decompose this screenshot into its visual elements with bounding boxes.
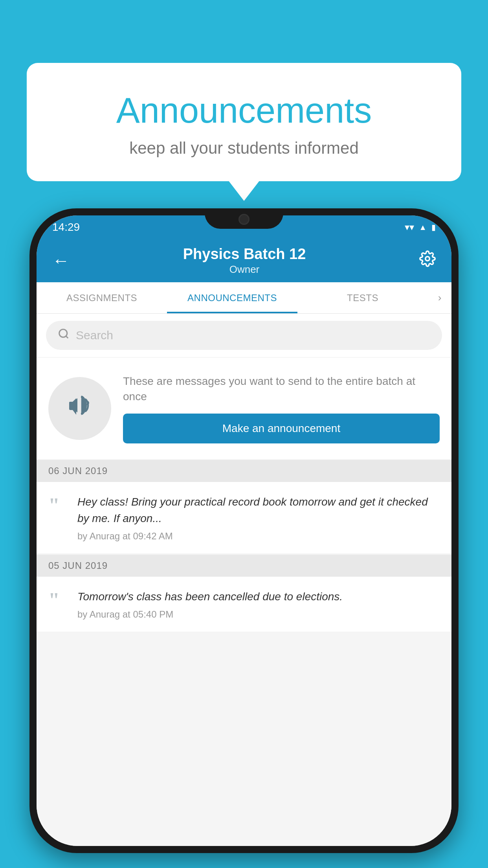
announcement-icon-circle [48, 377, 111, 440]
wifi-icon: ▾▾ [405, 222, 414, 233]
announcement-item-1[interactable]: " Hey class! Bring your practical record… [37, 482, 451, 554]
app-bar-title: Physics Batch 12 [73, 246, 415, 263]
search-placeholder: Search [76, 329, 113, 342]
phone-notch [205, 208, 283, 229]
quote-icon-1: " [48, 495, 68, 516]
announcement-description: These are messages you want to send to t… [123, 373, 440, 404]
phone-screen: 14:29 ▾▾ ▲ ▮ ← Physics Batch 12 Owner [37, 215, 451, 846]
megaphone-icon [66, 391, 94, 426]
app-bar-title-group: Physics Batch 12 Owner [73, 246, 415, 276]
announcement-meta-2: by Anurag at 05:40 PM [77, 609, 440, 620]
phone-frame: 14:29 ▾▾ ▲ ▮ ← Physics Batch 12 Owner [29, 208, 459, 853]
phone-wrapper: 14:29 ▾▾ ▲ ▮ ← Physics Batch 12 Owner [29, 208, 459, 853]
bubble-title: Announcements [50, 90, 438, 131]
search-icon [58, 328, 70, 343]
announcement-prompt: These are messages you want to send to t… [37, 358, 451, 459]
tab-more[interactable]: › [428, 282, 451, 313]
phone-camera [238, 214, 250, 225]
make-announcement-button[interactable]: Make an announcement [123, 414, 440, 443]
announcement-text-2: Tomorrow's class has been cancelled due … [77, 588, 440, 620]
status-icons: ▾▾ ▲ ▮ [405, 222, 436, 233]
date-separator-1: 06 JUN 2019 [37, 460, 451, 482]
date-separator-2: 05 JUN 2019 [37, 555, 451, 577]
search-box[interactable]: Search [46, 321, 442, 350]
tab-tests[interactable]: TESTS [297, 282, 428, 313]
back-button[interactable]: ← [48, 248, 73, 273]
status-time: 14:29 [52, 221, 80, 234]
announcement-right: These are messages you want to send to t… [123, 373, 440, 443]
announcement-message-2: Tomorrow's class has been cancelled due … [77, 588, 440, 605]
signal-icon: ▲ [419, 223, 427, 232]
bubble-subtitle: keep all your students informed [50, 139, 438, 158]
svg-point-0 [426, 257, 430, 261]
app-bar: ← Physics Batch 12 Owner [37, 239, 451, 282]
settings-button[interactable] [415, 246, 440, 275]
svg-point-1 [59, 329, 67, 337]
announcement-meta-1: by Anurag at 09:42 AM [77, 531, 440, 542]
announcement-message-1: Hey class! Bring your practical record b… [77, 494, 440, 527]
battery-icon: ▮ [431, 223, 436, 232]
announcement-item-2[interactable]: " Tomorrow's class has been cancelled du… [37, 577, 451, 632]
search-container: Search [37, 314, 451, 357]
app-bar-subtitle: Owner [73, 263, 415, 276]
announcement-text-1: Hey class! Bring your practical record b… [77, 494, 440, 542]
speech-bubble-container: Announcements keep all your students inf… [27, 63, 461, 181]
tab-announcements[interactable]: ANNOUNCEMENTS [167, 282, 297, 313]
speech-bubble: Announcements keep all your students inf… [27, 63, 461, 181]
content-area: Search [37, 314, 451, 846]
quote-icon-2: " [48, 590, 68, 611]
svg-line-2 [66, 336, 68, 338]
tab-assignments[interactable]: ASSIGNMENTS [37, 282, 167, 313]
tabs-bar: ASSIGNMENTS ANNOUNCEMENTS TESTS › [37, 282, 451, 314]
